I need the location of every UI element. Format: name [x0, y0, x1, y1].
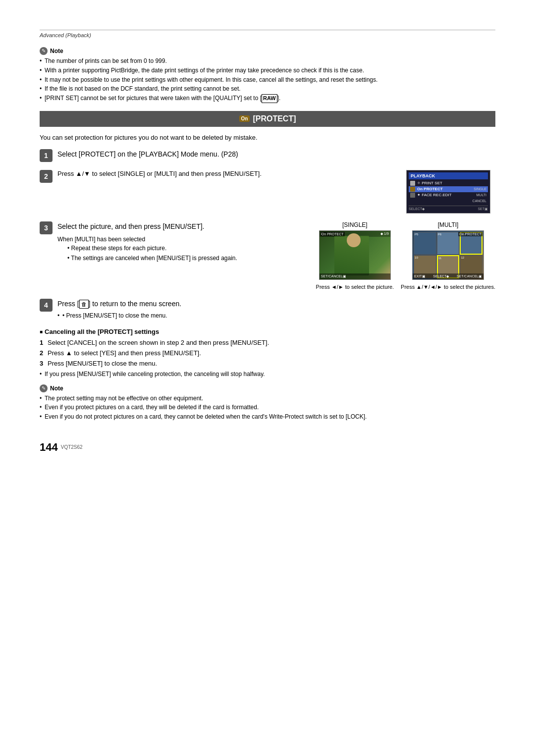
bottom-note-list: The protect setting may not be effective…	[40, 394, 495, 421]
cancel-list: 1 Select [CANCEL] on the screen shown in…	[40, 338, 495, 369]
note-item-2: With a printer supporting PictBridge, th…	[40, 66, 495, 75]
note-title: ✎ Note	[40, 47, 495, 55]
cancel-item-3: 3 Press [MENU/SET] to close the menu.	[40, 359, 495, 368]
step3-bullet2: The settings are canceled when [MENU/SET…	[57, 254, 308, 263]
cancel-title: Canceling all the [PROTECT] settings	[40, 328, 495, 335]
step1-text: Select [PROTECT] on the [PLAYBACK] Mode …	[57, 150, 238, 158]
section-header: On [PROTECT]	[40, 111, 495, 127]
intro-text: You can set protection for pictures you …	[40, 134, 495, 141]
note-item-4: If the file is not based on the DCF stan…	[40, 85, 495, 93]
note-label: Note	[50, 48, 63, 54]
bottom-note-title: ✎ Note	[40, 384, 495, 392]
multi-protect-badge: On PROTECT	[458, 232, 482, 236]
step3-sub: When [MULTI] has been selected	[57, 235, 308, 244]
step1-num: 1	[40, 149, 53, 162]
step3-area: 3 Select the picture, and then press [ME…	[40, 221, 495, 291]
step4-content: Press [🗑] to return to the menu screen. …	[57, 299, 495, 321]
raw-badge: RAW	[262, 94, 277, 103]
step4-subnote: • Press [MENU/SET] to close the menu.	[57, 311, 495, 320]
camera-menu-item-protect: On PROTECT SINGLE	[409, 186, 488, 192]
step4-text: Press [🗑] to return to the menu screen.	[57, 299, 495, 309]
note-icon: ✎	[40, 47, 48, 55]
camera-menu-title: PLAYBACK	[409, 172, 488, 179]
cancel-item-1: 1 Select [CANCEL] on the screen shown in…	[40, 338, 495, 347]
note-item-3: It may not be possible to use the print …	[40, 76, 495, 84]
cancel-warning: If you press [MENU/SET] while canceling …	[40, 371, 495, 378]
print-icon	[410, 181, 415, 186]
camera-menu-screen: PLAYBACK ✧ PRINT SET On PROTECT SINGLE ✦…	[406, 170, 490, 214]
header-text: Advanced (Playback)	[40, 32, 91, 38]
trash-symbol: 🗑	[79, 300, 89, 309]
cancel-section: Canceling all the [PROTECT] settings 1 S…	[40, 328, 495, 378]
note-item-5: [PRINT SET] cannot be set for pictures t…	[40, 94, 495, 103]
page-footer: 144 VQT2S62	[40, 441, 495, 454]
bottom-note: ✎ Note The protect setting may not be ef…	[40, 384, 495, 421]
single-photo-bottombar: SET/CANCEL▣	[320, 273, 390, 279]
on-icon: On	[239, 115, 250, 122]
step3-title: Select the picture, and then press [MENU…	[57, 221, 308, 232]
step1-content: Select [PROTECT] on the [PLAYBACK] Mode …	[57, 149, 495, 160]
protect-icon	[410, 187, 415, 192]
step2-row: 2 Press ▲/▼ to select [SINGLE] or [MULTI…	[40, 170, 495, 214]
step2-text: Press ▲/▼ to select [SINGLE] or [MULTI] …	[57, 170, 262, 177]
step3-content: Select the picture, and then press [MENU…	[57, 221, 308, 264]
single-caption: Press ◄/► to select the picture.	[316, 283, 394, 291]
camera-set-label: SET▣	[478, 207, 488, 211]
bottom-note-label: Note	[50, 385, 63, 392]
step3-images: [SINGLE] L ◆ 1/9 On PROTECT SET/CANCEL▣ …	[316, 221, 495, 291]
camera-menu-item-cancel: CANCEL	[409, 198, 488, 204]
single-image-block: [SINGLE] L ◆ 1/9 On PROTECT SET/CANCEL▣ …	[316, 221, 394, 291]
bottom-note-item-1: The protect setting may not be effective…	[40, 394, 495, 403]
multi-caption: Press ▲/▼/◄/► to select the pictures.	[401, 283, 495, 291]
step3-num: 3	[40, 221, 53, 234]
face-icon	[410, 193, 415, 198]
note-item-1: The number of prints can be set from 0 t…	[40, 57, 495, 65]
step3-row: 3 Select the picture, and then press [ME…	[40, 221, 308, 264]
step1-row: 1 Select [PROTECT] on the [PLAYBACK] Mod…	[40, 149, 495, 162]
single-label: [SINGLE]	[342, 221, 368, 228]
top-note: ✎ Note The number of prints can be set f…	[40, 47, 495, 103]
page-code: VQT2S62	[61, 444, 83, 450]
step2-camera-screen: PLAYBACK ✧ PRINT SET On PROTECT SINGLE ✦…	[406, 170, 495, 214]
step3-left: 3 Select the picture, and then press [ME…	[40, 221, 308, 291]
page-number: 144	[40, 441, 58, 454]
single-photo: L ◆ 1/9 On PROTECT SET/CANCEL▣	[319, 230, 391, 280]
bottom-note-icon: ✎	[40, 384, 48, 392]
cancel-item-2: 2 Press ▲ to select [YES] and then press…	[40, 349, 495, 358]
step3-bullet1: Repeat these steps for each picture.	[57, 244, 308, 253]
multi-image-block: [MULTI] P5 P6 P7 10 11	[401, 221, 495, 291]
camera-select-label: SELECT◆	[409, 207, 425, 211]
multi-photo: P5 P6 P7 10 11 12	[412, 230, 484, 280]
blank-icon	[410, 199, 415, 204]
section-title: [PROTECT]	[253, 114, 296, 123]
multi-label: [MULTI]	[438, 221, 459, 228]
step2-content: Press ▲/▼ to select [SINGLE] or [MULTI] …	[57, 170, 401, 177]
bottom-note-item-3: Even if you do not protect pictures on a…	[40, 413, 495, 421]
multi-photo-bottombar: EXIT▣ SELECT◆ SET/CANCEL▣	[413, 273, 483, 279]
camera-bottom-bar: SELECT◆ SET▣	[409, 206, 488, 211]
step4-num: 4	[40, 299, 53, 312]
bottom-note-item-2: Even if you protect pictures on a card, …	[40, 403, 495, 412]
note-list: The number of prints can be set from 0 t…	[40, 57, 495, 103]
step4-row: 4 Press [🗑] to return to the menu screen…	[40, 299, 495, 321]
camera-menu-item-face: ✦ FACE REC.EDIT MULTI	[409, 192, 488, 198]
single-protect-badge: On PROTECT	[321, 232, 345, 236]
step2-num: 2	[40, 170, 53, 183]
camera-menu-item-print: ✧ PRINT SET	[409, 180, 488, 186]
page-header: Advanced (Playback)	[40, 30, 495, 38]
